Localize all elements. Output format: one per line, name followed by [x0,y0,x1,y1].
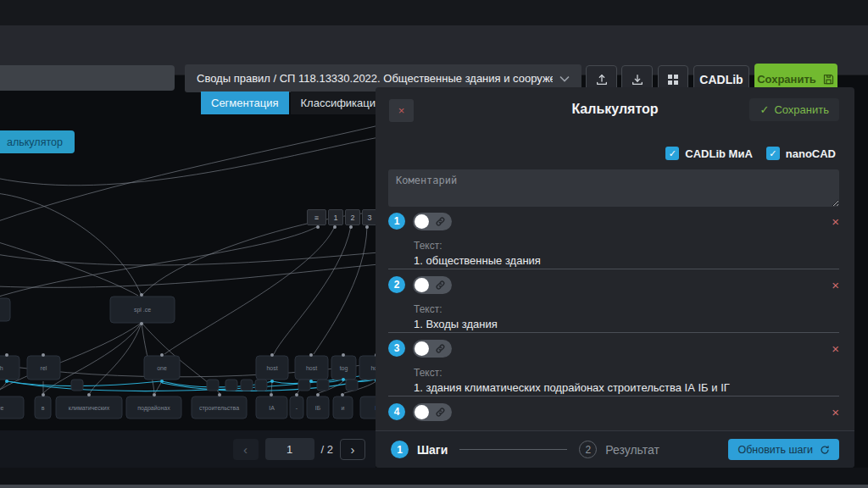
graph-step-2-button[interactable]: 2 [345,209,360,225]
step-number-badge: 3 [388,340,405,357]
stepper-step-2: 2 [579,441,597,458]
divider [388,332,839,333]
svg-text:в: в [42,405,45,411]
graph-step-1-button[interactable]: 1 [328,209,343,225]
page-total-label: / 2 [321,443,333,456]
calculator-chip-button[interactable]: алькулятор [0,130,75,153]
window-titlebar [0,0,868,25]
toggle-knob [415,278,429,292]
checkbox-cadlib-mia[interactable]: ✓ CADLib МиА [665,147,752,160]
svg-text:host: host [266,365,277,371]
upload-icon [595,73,609,86]
canvas-footer: ‹ / 2 › [0,430,376,468]
save-icon [822,73,835,86]
bottom-edge-line [0,485,868,488]
checkbox-checked-icon: ✓ [766,147,780,160]
update-steps-button[interactable]: Обновить шаги [728,439,839,460]
svg-text:IА: IА [269,405,275,411]
step-text-value: 1. общественные здания [414,254,839,267]
step-number-badge: 1 [388,213,405,230]
page-number-input[interactable] [265,438,314,460]
tab-segmentation[interactable]: Сегментация [201,92,289,114]
graph-calc-button[interactable]: ≡ [307,209,326,225]
step-text-label: Текст: [414,367,839,379]
step-row-3: 3 × Текст: 1. здания климатических подра… [388,338,839,394]
divider [388,396,839,396]
svg-text:строительства: строительства [199,405,239,412]
step-row-4: 4 × [388,402,839,422]
target-system-checkboxes: ✓ CADLib МиА ✓ nanoCAD [665,147,836,160]
svg-text:spl .ce: spl .ce [134,307,151,313]
divider [388,269,839,269]
toggle-knob [415,405,429,419]
link-toggle[interactable] [413,403,452,421]
toggle-knob [415,341,429,356]
stepper-step-2-label: Результат [605,443,659,457]
svg-text:и: и [342,405,345,411]
checkbox-nanocad-label: nanoCAD [786,147,836,160]
checkbox-checked-icon: ✓ [665,147,679,160]
svg-text:IБ: IБ [315,405,321,411]
checkbox-nanocad[interactable]: ✓ nanoCAD [766,147,836,160]
checkbox-cadlib-mia-label: CADLib МиА [685,147,752,160]
check-icon: ✓ [760,103,769,116]
svg-text:здание: здание [0,405,3,412]
remove-step-button[interactable]: × [832,215,839,228]
comment-textarea[interactable] [388,169,839,207]
svg-text:tog: tog [340,365,348,372]
refresh-icon [820,445,830,455]
page-next-button[interactable]: › [340,439,365,460]
svg-text:host: host [306,365,317,371]
remove-step-button[interactable]: × [832,342,839,355]
link-icon [435,280,446,291]
remove-step-button[interactable]: × [832,279,839,291]
remove-step-button[interactable]: × [832,406,839,419]
svg-text:rel: rel [41,365,47,371]
chevron-down-icon [559,75,570,82]
svg-text:sth: sth [0,365,3,371]
calculator-panel: × Калькулятор ✓ Сохранить ✓ CADLib МиА ✓… [376,87,854,468]
panel-save-label: Сохранить [774,103,829,116]
step-text-value: 1. Входы здания [414,318,839,330]
page-prev-button[interactable]: ‹ [233,439,259,460]
save-button-label: Сохранить [757,73,816,86]
link-icon [435,216,446,227]
stepper-connector [459,449,567,450]
svg-text:климатических: климатических [69,405,110,411]
stepper-step-1: 1 [391,441,409,458]
update-steps-label: Обновить шаги [737,444,813,456]
download-icon [631,73,644,86]
svg-text:one: one [157,365,167,371]
step-number-badge: 4 [388,403,405,420]
step-row-1: 1 × Текст: 1. общественные здания [388,211,839,267]
step-number-badge: 2 [388,276,405,293]
link-toggle[interactable] [413,276,452,294]
link-toggle[interactable] [413,340,452,358]
step-text-label: Текст: [414,240,839,252]
step-text-value: 1. здания климатических подрайонах строи… [414,381,839,394]
link-toggle[interactable] [413,213,452,230]
panel-save-button[interactable]: ✓ Сохранить [749,98,839,121]
stepper-step-1-label: Шаги [417,443,448,457]
step-text-label: Текст: [414,303,839,315]
app-window: Своды правил / СП 118.13330.2022. Общест… [0,0,868,488]
graph-mini-toolbar: ≡ 1 2 3 [307,209,377,225]
svg-text:подрайонах: подрайонах [137,405,170,412]
grid-icon [667,74,679,86]
link-icon [435,407,446,418]
step-row-2: 2 × Текст: 1. Входы здания [388,274,839,330]
panel-footer-stepper: 1 Шаги 2 Результат Обновить шаги [376,430,854,468]
main-toolbar: Своды правил / СП 118.13330.2022. Общест… [0,25,868,75]
toggle-knob [415,214,429,229]
link-icon [435,343,446,354]
